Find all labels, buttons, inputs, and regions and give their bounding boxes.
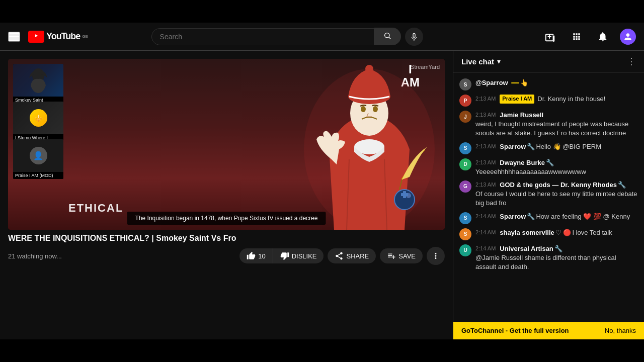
share-label: SHARE	[346, 252, 369, 260]
message-avatar: J	[459, 111, 471, 123]
chat-message: U 2:14 AM Universal Artisan 🔧 @Jamie Rus…	[453, 242, 644, 274]
message-username: Dwayne Burke	[500, 158, 545, 167]
message-content: @Sparrow 👆	[475, 78, 638, 87]
participant-box-1: Smokey Saint	[13, 64, 63, 104]
message-username: Sparrow	[500, 212, 526, 221]
message-avatar: S	[459, 212, 471, 224]
video-info: WERE THE INQUISITIONS ETHICAL? | Smokey …	[8, 230, 445, 269]
message-username: Jamie Russell	[500, 111, 543, 120]
chat-message: J 2:13 AM Jamie Russell weird, I thought…	[453, 109, 644, 140]
like-button[interactable]: 10	[239, 248, 273, 263]
chat-message: G 2:13 AM GOD & the gods — Dr. Kenny Rho…	[453, 178, 644, 210]
wrench-icon: 🔧	[527, 212, 535, 221]
search-bar	[151, 28, 423, 46]
participant-thumbnail-3: 👤	[13, 139, 63, 172]
participant-label-3: Praise I AM (MOD)	[13, 172, 63, 179]
message-time: 2:13 AM	[475, 95, 496, 103]
message-username: Sparrow	[500, 142, 526, 151]
message-badge: Praise I AM	[500, 95, 534, 103]
goto-channel-banner: GoToChannel - Get the full version No, t…	[453, 322, 644, 339]
save-button[interactable]: SAVE	[380, 248, 423, 263]
heart-icon: ♡ 🔴	[555, 228, 572, 237]
message-content: 2:14 AM Universal Artisan 🔧 @Jamie Russe…	[475, 244, 638, 272]
message-avatar: S	[459, 228, 471, 240]
video-player[interactable]: StreamYard IAM Smokey Saint	[8, 59, 445, 230]
message-avatar: D	[459, 158, 471, 170]
video-section: StreamYard IAM Smokey Saint	[0, 51, 453, 339]
search-input[interactable]	[152, 29, 374, 45]
wrench-icon: 🔧	[554, 244, 562, 253]
save-label: SAVE	[398, 252, 416, 260]
message-content: 2:13 AM Praise I AM Dr. Kenny in the hou…	[475, 95, 638, 104]
message-username: GOD & the gods — Dr. Kenny Rhodes	[500, 180, 617, 190]
message-time: 2:13 AM	[475, 143, 496, 150]
chat-title-group[interactable]: Live chat ▾	[461, 57, 501, 66]
youtube-icon	[28, 31, 44, 43]
goto-channel-link[interactable]: GoToChannel - Get the full version	[461, 327, 569, 334]
like-count: 10	[258, 252, 265, 260]
chat-title: Live chat	[461, 57, 494, 66]
message-time: 2:13 AM	[475, 159, 496, 166]
create-button[interactable]	[541, 28, 559, 46]
chat-more-button[interactable]: ⋮	[627, 56, 636, 67]
dismiss-banner-button[interactable]: No, thanks	[605, 327, 636, 334]
svg-point-6	[361, 106, 366, 112]
notifications-button[interactable]	[594, 28, 612, 46]
youtube-header: YouTubeGB	[0, 23, 644, 51]
ethical-text: ETHICAL	[68, 202, 123, 215]
voice-search-button[interactable]	[405, 28, 423, 46]
message-time: 2:13 AM	[475, 111, 496, 119]
video-actions: 10 DISLIKE SHARE SAVE	[239, 247, 445, 265]
message-content: 2:13 AM Jamie Russell weird, I thought m…	[475, 111, 638, 138]
message-text: Hello 👋 @BIG PERM	[536, 142, 601, 151]
search-button[interactable]	[374, 28, 401, 45]
message-text: weird, I thought mistreatment of people …	[475, 120, 638, 138]
chat-dropdown-icon: ▾	[497, 57, 501, 65]
menu-button[interactable]	[8, 32, 20, 42]
host-avatar: 👤	[30, 147, 47, 164]
svg-point-7	[373, 106, 378, 112]
svg-rect-13	[401, 193, 408, 196]
pope-figure	[254, 59, 445, 230]
message-text: Dr. Kenny in the house!	[537, 95, 605, 104]
message-text: Of course I would be here to see my litt…	[475, 190, 638, 208]
message-avatar: U	[459, 244, 471, 256]
dislike-label: DISLIKE	[292, 252, 317, 260]
message-content: 2:13 AM Sparrow 🔧 Hello 👋 @BIG PERM	[475, 142, 638, 151]
message-content: 2:13 AM GOD & the gods — Dr. Kenny Rhode…	[475, 180, 638, 208]
message-time: 2:14 AM	[475, 213, 496, 220]
message-avatar: P	[459, 95, 471, 107]
message-avatar: G	[459, 180, 471, 193]
participant-thumbnail-1	[13, 64, 63, 97]
chat-message: S 2:13 AM Sparrow 🔧 Hello 👋 @BIG PERM	[453, 140, 644, 156]
sparrow-wrench-icon: 🔧	[527, 142, 535, 151]
message-username: Universal Artisan	[500, 244, 553, 253]
region-label: GB	[82, 34, 88, 39]
message-text: I love Ted talk	[572, 228, 612, 237]
dislike-button[interactable]: DISLIKE	[273, 248, 324, 263]
message-time: 2:14 AM	[475, 229, 496, 236]
chat-messages[interactable]: S @Sparrow 👆 P 2:13 AM Praise I AM D	[453, 72, 644, 322]
participant-box-3: 👤 Praise I AM (MOD)	[13, 139, 63, 179]
message-username: shayla somerville	[500, 228, 554, 237]
message-text: Yeeeeehhhhhaaaaaaaaawwwwwwww	[475, 167, 638, 176]
message-content: 2:14 AM shayla somerville ♡ 🔴 I love Ted…	[475, 228, 638, 237]
message-content: 2:13 AM Dwayne Burke 🔧 Yeeeeehhhhhaaaaaa…	[475, 158, 638, 176]
apps-button[interactable]	[568, 28, 586, 46]
sparrow-highlight	[511, 82, 519, 83]
account-avatar[interactable]	[620, 29, 636, 45]
chat-message: S @Sparrow 👆	[453, 76, 644, 93]
share-button[interactable]: SHARE	[328, 248, 376, 263]
like-dislike-group: 10 DISLIKE	[239, 248, 324, 263]
main-content: StreamYard IAM Smokey Saint	[0, 51, 644, 339]
message-time: 2:14 AM	[475, 245, 496, 252]
svg-point-9	[365, 65, 373, 73]
youtube-logo[interactable]: YouTubeGB	[28, 31, 88, 43]
message-content: 2:14 AM Sparrow 🔧 How are feeling ❤️ 💯 @…	[475, 212, 638, 221]
chat-message: D 2:13 AM Dwayne Burke 🔧 Yeeeeehhhhhaaaa…	[453, 156, 644, 178]
bottom-black-bar	[0, 339, 644, 362]
message-text: @Jamie Russell shame is different than p…	[475, 253, 638, 272]
youtube-text: YouTube	[46, 31, 80, 42]
video-scene: StreamYard IAM Smokey Saint	[8, 59, 445, 230]
more-options-button[interactable]	[427, 247, 445, 265]
